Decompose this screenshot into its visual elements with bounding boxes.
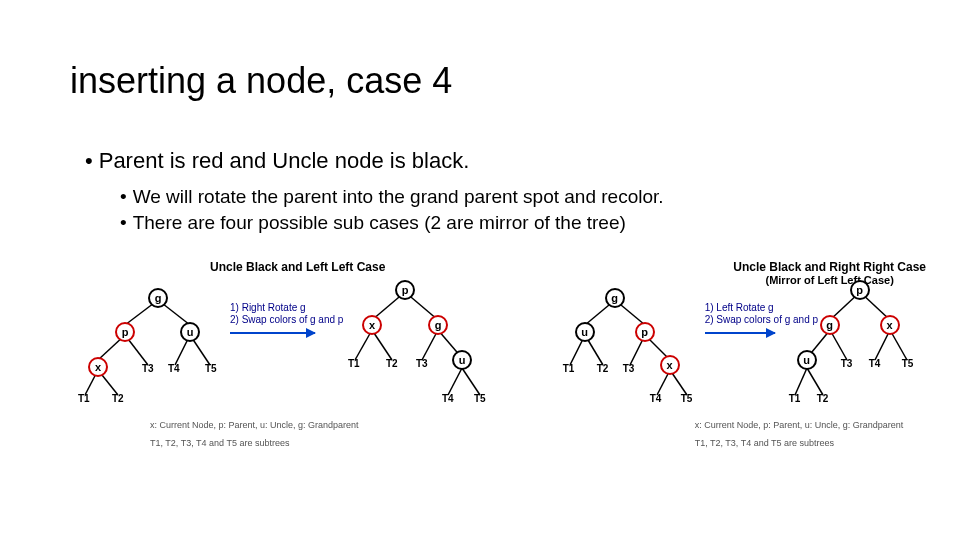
arrow-left — [230, 332, 315, 334]
subtree-T3: T3 — [142, 363, 154, 374]
svg-line-14 — [448, 368, 462, 395]
node-u-after: u — [452, 350, 472, 370]
node-g-after: g — [428, 315, 448, 335]
bullet-sub-2-text: There are four possible sub cases (2 are… — [133, 212, 626, 233]
subtree-T5-r: T5 — [681, 393, 693, 404]
right-note: T1, T2, T3, T4 and T5 are subtrees — [695, 438, 834, 448]
subtree-T3-r: T3 — [623, 363, 635, 374]
diagram-right-right-case: Uncle Black and Right Right Case (Mirror… — [545, 260, 940, 460]
bullet-dot: • — [85, 148, 93, 173]
subtree-T2-after: T2 — [386, 358, 398, 369]
left-step2: 2) Swap colors of g and p — [230, 314, 343, 325]
subtree-T1-r-after: T1 — [789, 393, 801, 404]
edges-left-before — [70, 260, 270, 420]
subtree-T3-after: T3 — [416, 358, 428, 369]
subtree-T1-r: T1 — [563, 363, 575, 374]
subtree-T5-after: T5 — [474, 393, 486, 404]
subtree-T3-r-after: T3 — [841, 358, 853, 369]
node-u: u — [180, 322, 200, 342]
node-x-r: x — [660, 355, 680, 375]
subtree-T4-after: T4 — [442, 393, 454, 404]
bullet-main-text: Parent is red and Uncle node is black. — [99, 148, 470, 173]
bullet-sub-1: •We will rotate the parent into the gran… — [120, 186, 664, 208]
subtree-T1-after: T1 — [348, 358, 360, 369]
diagram-left-left-case: Uncle Black and Left Left Case g p u x T… — [70, 260, 525, 460]
subtree-T5: T5 — [205, 363, 217, 374]
node-g-r-after: g — [820, 315, 840, 335]
node-u-r-after: u — [797, 350, 817, 370]
right-step2: 2) Swap colors of g and p — [705, 314, 818, 325]
node-p-r: p — [635, 322, 655, 342]
left-legend: x: Current Node, p: Parent, u: Uncle, g:… — [150, 420, 359, 430]
right-subtitle: (Mirror of Left Left Case) — [715, 274, 945, 286]
subtree-T2-r: T2 — [597, 363, 609, 374]
node-p-r-after: p — [850, 280, 870, 300]
bullet-main: •Parent is red and Uncle node is black. — [85, 148, 469, 174]
bullet-sub-1-text: We will rotate the parent into the grand… — [133, 186, 664, 207]
node-p-after: p — [395, 280, 415, 300]
subtree-T5-r-after: T5 — [902, 358, 914, 369]
node-x-after: x — [362, 315, 382, 335]
subtree-T2-r-after: T2 — [817, 393, 829, 404]
svg-line-15 — [462, 368, 480, 395]
node-x-r-after: x — [880, 315, 900, 335]
left-note: T1, T2, T3, T4 and T5 are subtrees — [150, 438, 289, 448]
edges-right-before — [545, 260, 725, 420]
slide-title: inserting a node, case 4 — [70, 60, 452, 102]
diagram-row: Uncle Black and Left Left Case g p u x T… — [70, 260, 940, 460]
subtree-T4-r-after: T4 — [869, 358, 881, 369]
node-x: x — [88, 357, 108, 377]
left-step1: 1) Right Rotate g — [230, 302, 306, 313]
node-u-r: u — [575, 322, 595, 342]
arrow-right — [705, 332, 775, 334]
subtree-T1: T1 — [78, 393, 90, 404]
node-g-r: g — [605, 288, 625, 308]
bullet-dot: • — [120, 186, 127, 207]
right-legend: x: Current Node, p: Parent, u: Uncle, g:… — [695, 420, 904, 430]
subtree-T2: T2 — [112, 393, 124, 404]
subtree-T4-r: T4 — [650, 393, 662, 404]
right-title: Uncle Black and Right Right Case — [715, 260, 945, 274]
left-title: Uncle Black and Left Left Case — [210, 260, 385, 274]
edges-left-after — [330, 260, 530, 430]
svg-line-31 — [807, 368, 823, 395]
subtree-T4: T4 — [168, 363, 180, 374]
node-p: p — [115, 322, 135, 342]
bullet-sub-2: •There are four possible sub cases (2 ar… — [120, 212, 626, 234]
svg-line-30 — [795, 368, 807, 395]
right-step1: 1) Left Rotate g — [705, 302, 774, 313]
bullet-dot: • — [120, 212, 127, 233]
node-g: g — [148, 288, 168, 308]
